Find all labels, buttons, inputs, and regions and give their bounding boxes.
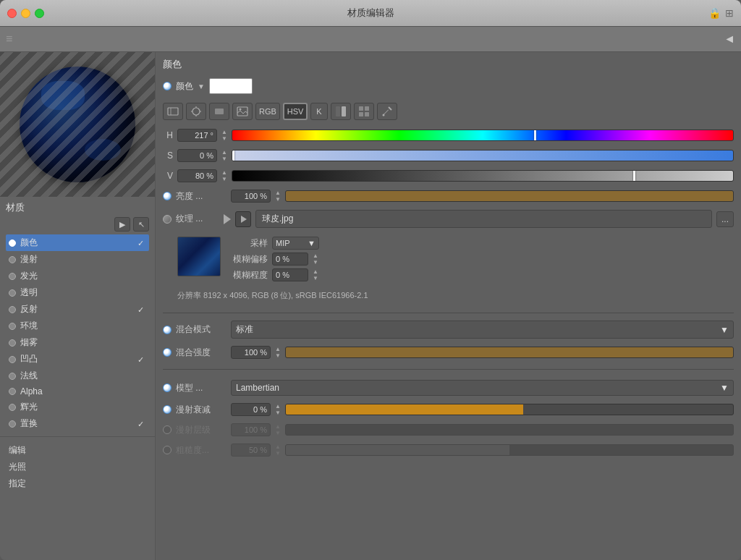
v-slider[interactable] (232, 170, 734, 182)
roughness-radio[interactable] (163, 446, 172, 454)
channel-item-凹凸[interactable]: 凹凸✓ (6, 351, 149, 368)
blur-amount-input[interactable] (272, 268, 308, 281)
sampling-dropdown[interactable]: MIP ▼ (272, 237, 319, 250)
rgb-btn[interactable]: RGB (255, 103, 280, 120)
channel-item-置换[interactable]: 置换✓ (6, 415, 149, 432)
play-material-button[interactable]: ▶ (114, 217, 130, 232)
channel-item-透明[interactable]: 透明 (6, 284, 149, 301)
s-slider[interactable] (232, 150, 734, 161)
blur-amount-label: 模糊程度 (228, 269, 268, 281)
channel-item-颜色[interactable]: 颜色✓ (6, 234, 149, 251)
texture-play-button[interactable] (235, 211, 251, 227)
add-icon[interactable]: ⊞ (725, 7, 734, 19)
blur-offset-input[interactable] (272, 253, 308, 266)
lock-icon[interactable]: 🔒 (708, 7, 721, 19)
svg-point-9 (240, 109, 242, 111)
eyedropper-icon-btn[interactable] (377, 103, 397, 120)
minimize-button[interactable] (21, 9, 30, 18)
sampling-label: 采样 (228, 237, 268, 250)
texture-radio[interactable] (163, 215, 172, 224)
channel-name-法线: 法线 (20, 370, 133, 382)
channel-item-发光[interactable]: 发光 (6, 268, 149, 284)
h-spinner[interactable]: ▲▼ (221, 129, 227, 142)
channel-check-empty-环境 (137, 322, 146, 331)
svg-rect-11 (342, 106, 346, 116)
palette-icon-btn[interactable] (354, 103, 374, 120)
model-dropdown[interactable]: Lambertian ▼ (231, 380, 734, 396)
texture-filename[interactable]: 球皮.jpg (255, 210, 712, 228)
channel-item-辉光[interactable]: 辉光 (6, 399, 149, 415)
channel-item-漫射[interactable]: 漫射 (6, 251, 149, 268)
image-icon-btn[interactable] (232, 103, 253, 120)
diffuse-falloff-spinner[interactable]: ▲▼ (275, 403, 281, 416)
brightness-spinner[interactable]: ▲▼ (275, 190, 281, 203)
titlebar-right: 🔒 ⊞ (708, 7, 734, 19)
color-dropdown-arrow[interactable]: ▼ (198, 82, 205, 90)
noise-icon-btn[interactable] (186, 103, 206, 120)
channel-radio-颜色 (9, 239, 16, 247)
h-value-input[interactable] (177, 129, 217, 142)
brightness-slider[interactable] (285, 190, 734, 202)
model-radio[interactable] (163, 383, 172, 392)
v-value-input[interactable] (177, 169, 217, 182)
mix-icon-btn[interactable] (331, 103, 351, 120)
bottom-link-指定[interactable]: 指定 (6, 476, 149, 491)
s-spinner[interactable]: ▲▼ (221, 149, 227, 162)
mix-strength-radio[interactable] (163, 348, 172, 357)
channel-item-Alpha[interactable]: Alpha (6, 384, 149, 399)
sampling-row: 采样 MIP ▼ (228, 237, 319, 250)
cursor-button[interactable]: ↖ (133, 217, 149, 232)
v-spinner[interactable]: ▲▼ (221, 169, 227, 182)
channel-check-颜色: ✓ (137, 239, 146, 247)
mix-mode-radio[interactable] (163, 326, 172, 334)
blur-offset-spinner[interactable]: ▲▼ (313, 253, 318, 266)
roughness-input (231, 444, 271, 457)
bottom-link-编辑[interactable]: 编辑 (6, 443, 149, 458)
texture-expand-icon[interactable] (224, 214, 231, 224)
mix-strength-row: 混合强度 ▲▼ (163, 346, 734, 359)
model-arrow: ▼ (720, 383, 729, 393)
channel-item-环境[interactable]: 环境 (6, 318, 149, 334)
v-thumb[interactable] (633, 171, 635, 181)
close-button[interactable] (7, 9, 17, 18)
diffuse-falloff-input[interactable] (231, 403, 271, 416)
bottom-link-光照[interactable]: 光照 (6, 459, 149, 475)
diffuse-falloff-radio[interactable] (163, 405, 172, 414)
solid-icon-btn[interactable] (209, 103, 229, 120)
color-section-header: 颜色 (163, 58, 734, 71)
traffic-lights (7, 9, 44, 18)
brightness-fill (286, 191, 733, 201)
texture-params: 采样 MIP ▼ 模糊偏移 ▲▼ 模糊程度 ▲▼ (228, 237, 319, 281)
color-radio[interactable] (163, 82, 172, 90)
k-btn[interactable]: K (310, 103, 328, 120)
channel-item-烟雾[interactable]: 烟雾 (6, 334, 149, 351)
hsv-btn[interactable]: HSV (283, 103, 308, 120)
s-value-input[interactable] (177, 149, 217, 162)
mix-strength-slider[interactable] (285, 347, 734, 358)
channel-radio-辉光 (9, 404, 16, 411)
svg-line-16 (389, 107, 391, 110)
mix-strength-spinner[interactable]: ▲▼ (275, 346, 281, 359)
s-thumb[interactable] (232, 150, 234, 161)
h-thumb[interactable] (534, 130, 536, 140)
channel-radio-发光 (9, 273, 16, 280)
channel-check-empty-辉光 (137, 403, 146, 412)
toolbar-right: ◄ (724, 33, 735, 46)
color-swatch[interactable] (209, 78, 253, 94)
channel-item-反射[interactable]: 反射✓ (6, 301, 149, 318)
mix-mode-dropdown[interactable]: 标准 ▼ (231, 321, 734, 339)
h-slider[interactable] (232, 130, 734, 141)
maximize-button[interactable] (35, 9, 44, 18)
gradient-icon-btn[interactable] (163, 103, 183, 120)
diffuse-falloff-slider[interactable] (285, 404, 734, 415)
channel-name-置换: 置换 (20, 417, 133, 430)
channel-item-法线[interactable]: 法线 (6, 368, 149, 384)
brightness-radio[interactable] (163, 192, 172, 200)
mix-mode-value: 标准 (236, 323, 253, 336)
brightness-value-input[interactable] (231, 190, 271, 203)
blur-amount-spinner[interactable]: ▲▼ (313, 268, 318, 281)
back-arrow-icon[interactable]: ◄ (724, 33, 735, 46)
texture-more-button[interactable]: ... (716, 211, 734, 227)
mix-strength-input[interactable] (231, 346, 271, 359)
diffuse-level-radio[interactable] (163, 425, 172, 434)
